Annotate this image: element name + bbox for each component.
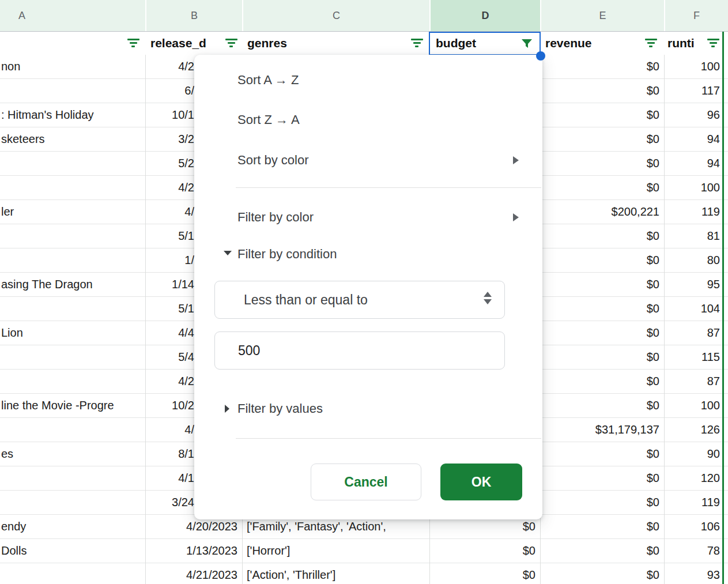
cell-release-date[interactable]: 3/24 [145, 491, 194, 515]
cell-title[interactable]: Lion [1, 321, 145, 345]
cell-runtime[interactable]: 115 [664, 345, 720, 370]
cell-revenue[interactable]: $0 [540, 248, 659, 273]
cell-runtime[interactable]: 93 [664, 563, 720, 584]
cell-revenue[interactable]: $0 [540, 103, 659, 127]
cell-release-date[interactable]: 1/14 [145, 273, 194, 297]
cell-title[interactable] [1, 152, 145, 176]
cell-release-date[interactable]: 8/1 [145, 442, 194, 466]
cell-runtime[interactable]: 81 [664, 224, 720, 248]
cell-runtime[interactable]: 117 [664, 79, 720, 103]
cell-runtime[interactable]: 94 [664, 127, 720, 152]
cell-title[interactable]: endy [1, 515, 145, 539]
cell-genres[interactable]: ['Horror'] [247, 539, 427, 563]
filter-button[interactable] [410, 37, 423, 49]
cell-runtime[interactable]: 78 [664, 539, 720, 563]
column-header-b[interactable]: B [145, 0, 242, 32]
cell-revenue[interactable]: $0 [540, 321, 659, 345]
cell-title[interactable] [1, 563, 145, 584]
column-header-c[interactable]: C [242, 0, 429, 32]
cell-budget[interactable]: $0 [429, 539, 535, 563]
cell-release-date[interactable]: 4/21/2023 [145, 563, 237, 584]
cell-release-date[interactable]: 4/4 [145, 321, 194, 345]
cell-title[interactable] [1, 418, 145, 442]
cell-title[interactable]: : Hitman's Holiday [1, 103, 145, 127]
field-header-budget[interactable]: budget [429, 32, 540, 55]
ok-button[interactable]: OK [440, 464, 522, 500]
column-header-a[interactable]: A [0, 0, 145, 32]
cell-revenue[interactable]: $0 [540, 297, 659, 321]
collapse-caret-icon[interactable] [224, 251, 232, 255]
cell-runtime[interactable]: 100 [664, 176, 720, 200]
cell-revenue[interactable]: $0 [540, 515, 659, 539]
cell-title[interactable] [1, 224, 145, 248]
cell-runtime[interactable]: 126 [664, 418, 720, 442]
cell-revenue[interactable]: $0 [540, 539, 659, 563]
cell-runtime[interactable]: 100 [664, 55, 720, 79]
cell-release-date[interactable]: 5/1 [145, 224, 194, 248]
filter-button[interactable] [707, 37, 719, 49]
menu-item-sort-az[interactable]: Sort A → Z [237, 72, 299, 88]
condition-value-input[interactable] [237, 332, 481, 369]
cell-revenue[interactable]: $0 [540, 152, 659, 176]
cell-title[interactable]: es [1, 442, 145, 466]
cell-title[interactable] [1, 345, 145, 370]
field-header-release-date[interactable]: release_d [145, 32, 242, 55]
field-header-runtime[interactable]: runti [664, 32, 728, 55]
cell-title[interactable]: sketeers [1, 127, 145, 152]
cell-revenue[interactable]: $31,179,137 [540, 418, 659, 442]
menu-item-sort-by-color[interactable]: Sort by color [237, 152, 309, 168]
field-header-genres[interactable]: genres [242, 32, 429, 55]
cancel-button[interactable]: Cancel [311, 464, 421, 500]
field-header-a[interactable] [0, 32, 145, 55]
cell-runtime[interactable]: 90 [664, 442, 720, 466]
column-header-e[interactable]: E [540, 0, 664, 32]
expand-caret-icon[interactable] [225, 405, 229, 413]
cell-runtime[interactable]: 104 [664, 297, 720, 321]
cell-revenue[interactable]: $0 [540, 55, 659, 79]
fill-handle[interactable] [536, 51, 545, 61]
cell-revenue[interactable]: $0 [540, 466, 659, 491]
condition-select[interactable]: Less than or equal to [214, 281, 505, 319]
cell-runtime[interactable]: 95 [664, 273, 720, 297]
cell-title[interactable] [1, 466, 145, 491]
cell-revenue[interactable]: $0 [540, 345, 659, 370]
menu-item-filter-by-condition[interactable]: Filter by condition [237, 246, 337, 262]
cell-release-date[interactable]: 4/ [145, 418, 194, 442]
cell-runtime[interactable]: 106 [664, 515, 720, 539]
cell-runtime[interactable]: 94 [664, 152, 720, 176]
cell-release-date[interactable]: 6/ [145, 79, 194, 103]
cell-revenue[interactable]: $200,221 [540, 200, 659, 224]
cell-title[interactable]: Dolls [1, 539, 145, 563]
cell-revenue[interactable]: $0 [540, 127, 659, 152]
cell-revenue[interactable]: $0 [540, 491, 659, 515]
menu-item-filter-by-values[interactable]: Filter by values [237, 401, 323, 417]
cell-revenue[interactable]: $0 [540, 394, 659, 418]
cell-revenue[interactable]: $0 [540, 79, 659, 103]
cell-runtime[interactable]: 80 [664, 248, 720, 273]
column-header-d-selected[interactable]: D [429, 0, 540, 32]
cell-release-date[interactable]: 1/ [145, 248, 194, 273]
cell-release-date[interactable]: 4/ [145, 200, 194, 224]
cell-revenue[interactable]: $0 [540, 224, 659, 248]
cell-title[interactable]: line the Movie -Progre [1, 394, 145, 418]
cell-release-date[interactable]: 4/2 [145, 176, 194, 200]
cell-revenue[interactable]: $0 [540, 442, 659, 466]
cell-revenue[interactable]: $0 [540, 563, 659, 584]
cell-release-date[interactable]: 3/2 [145, 127, 194, 152]
cell-title[interactable] [1, 79, 145, 103]
cell-release-date[interactable]: 10/2 [145, 394, 194, 418]
filter-button-active[interactable] [520, 37, 533, 48]
cell-release-date[interactable]: 10/1 [145, 103, 194, 127]
cell-release-date[interactable]: 4/2 [145, 370, 194, 394]
cell-title[interactable]: asing The Dragon [1, 273, 145, 297]
cell-budget[interactable]: $0 [429, 563, 535, 584]
column-header-f[interactable]: F [664, 0, 728, 32]
cell-title[interactable]: ler [1, 200, 145, 224]
cell-release-date[interactable]: 4/1 [145, 466, 194, 491]
cell-release-date[interactable]: 5/1 [145, 297, 194, 321]
cell-runtime[interactable]: 100 [664, 394, 720, 418]
cell-release-date[interactable]: 1/13/2023 [145, 539, 237, 563]
cell-release-date[interactable]: 4/2 [145, 55, 194, 79]
cell-genres[interactable]: ['Action', 'Thriller'] [247, 563, 427, 584]
field-header-revenue[interactable]: revenue [540, 32, 664, 55]
